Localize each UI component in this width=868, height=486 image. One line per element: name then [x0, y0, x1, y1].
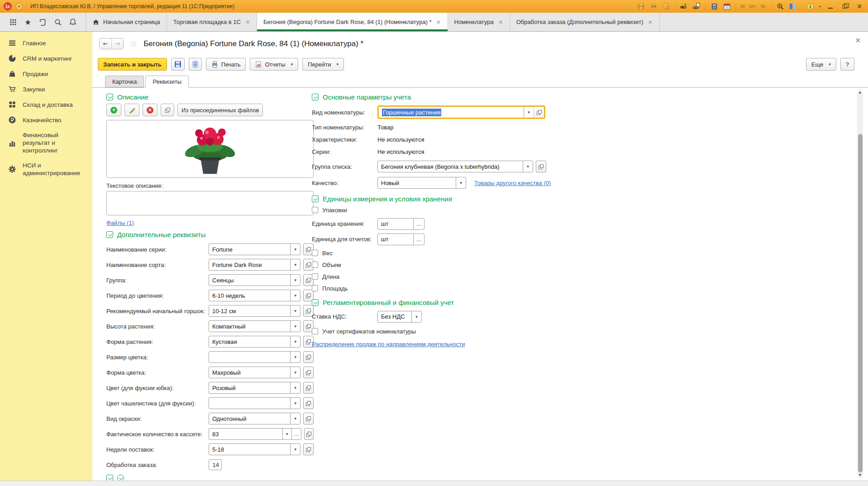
- dropdown-button[interactable]: [282, 429, 291, 439]
- text-description-input[interactable]: [106, 191, 314, 215]
- sales-distribution-link[interactable]: Распределение продаж по направлениям дея…: [312, 341, 465, 348]
- checkbox[interactable]: [312, 262, 318, 268]
- dropdown-button[interactable]: [290, 352, 300, 362]
- dropdown-button[interactable]: [290, 321, 300, 332]
- save-and-close-button[interactable]: Записать и закрыть: [98, 58, 167, 71]
- attribute-input[interactable]: Компактный …: [209, 320, 300, 332]
- collapse-icon[interactable]: [106, 231, 113, 238]
- sidebar-item-treasury[interactable]: Казначейство: [0, 112, 92, 128]
- attribute-input[interactable]: 5-18 …: [209, 443, 300, 455]
- open-button[interactable]: [303, 397, 314, 409]
- open-image-button[interactable]: [161, 104, 174, 116]
- favorite-star-icon[interactable]: ☆: [130, 39, 137, 48]
- section-additional-attributes[interactable]: Дополнительные реквизиты: [106, 230, 314, 239]
- tab-close-icon[interactable]: ×: [648, 19, 653, 25]
- checkbox[interactable]: [312, 273, 318, 280]
- open-button[interactable]: [303, 367, 314, 378]
- cert-checkbox[interactable]: [312, 328, 318, 334]
- history-icon[interactable]: [38, 17, 48, 27]
- delete-image-button[interactable]: ×: [143, 104, 157, 116]
- notifications-bell-icon[interactable]: [68, 17, 78, 27]
- attribute-input[interactable]: …: [209, 351, 300, 363]
- print-button[interactable]: Печать: [206, 58, 246, 71]
- tab-begonia-active[interactable]: Бегония (Begonia) Fortune Dark Rose, 84 …: [257, 13, 448, 31]
- apps-menu-icon[interactable]: [8, 17, 18, 27]
- section-regulated[interactable]: Регламентированный и финансовый учет: [312, 298, 583, 307]
- goto-button[interactable]: Перейти: [302, 58, 344, 71]
- dropdown-button[interactable]: [290, 275, 300, 286]
- other-quality-link[interactable]: Товары другого качества (0): [474, 180, 551, 186]
- dropdown-button[interactable]: [290, 398, 300, 409]
- form-close-button[interactable]: ×: [855, 36, 861, 44]
- tab-close-icon[interactable]: ×: [245, 19, 250, 25]
- dropdown-button[interactable]: [290, 444, 300, 455]
- attribute-input[interactable]: 10-12 см …: [209, 305, 300, 317]
- attribute-input[interactable]: Махровый …: [209, 367, 300, 378]
- open-button[interactable]: [303, 382, 314, 394]
- sidebar-item-finance[interactable]: Финансовый результат и контроллинг: [0, 128, 92, 158]
- attribute-input[interactable]: 6-10 недель …: [209, 290, 300, 301]
- 1c-logo-icon[interactable]: 1с: [4, 2, 12, 10]
- calculator-icon[interactable]: [710, 2, 718, 10]
- list-group-input[interactable]: Бегония клубневая (Begonia x tuberhybrid…: [377, 161, 533, 172]
- section-main-parameters[interactable]: Основные параметры учета: [312, 92, 583, 101]
- checkbox[interactable]: [312, 285, 318, 291]
- dropdown-button[interactable]: [523, 161, 533, 172]
- from-attached-files-button[interactable]: Из присоединенных файлов: [177, 104, 263, 116]
- collapse-icon[interactable]: [106, 94, 113, 100]
- order-processing-input[interactable]: 14: [209, 459, 222, 470]
- dropdown-button[interactable]: [290, 290, 300, 301]
- tab-close-icon[interactable]: ×: [436, 19, 441, 25]
- packaging-checkbox[interactable]: [312, 207, 318, 213]
- quality-select[interactable]: Новый: [377, 177, 466, 189]
- vertical-scrollbar[interactable]: ▲ ▼: [857, 90, 863, 478]
- zoom-icon[interactable]: [776, 2, 784, 10]
- back-button[interactable]: ←: [100, 38, 111, 49]
- tab-marketplace[interactable]: Торговая площадка в 1С ×: [167, 13, 257, 31]
- collapse-icon[interactable]: [312, 94, 319, 100]
- open-button[interactable]: [303, 351, 314, 363]
- section-description[interactable]: Описание: [106, 92, 314, 101]
- open-button[interactable]: [303, 443, 314, 455]
- attribute-input[interactable]: Розовый …: [209, 382, 300, 394]
- more-button[interactable]: …: [413, 219, 424, 229]
- forward-button[interactable]: →: [111, 38, 123, 49]
- report-unit-input[interactable]: шт …: [377, 233, 424, 245]
- structure-button[interactable]: [189, 58, 202, 71]
- nomenclature-kind-input-focused[interactable]: Горшечные растения: [377, 105, 545, 119]
- panels-icon[interactable]: [789, 2, 797, 10]
- attribute-input[interactable]: …: [209, 397, 300, 409]
- edit-image-button[interactable]: [124, 104, 139, 116]
- collapse-icon[interactable]: [312, 195, 319, 202]
- tab-order-processing[interactable]: Обработка заказа (Дополнительный реквизи…: [510, 13, 660, 31]
- save-button[interactable]: [171, 58, 185, 71]
- go-link-icon[interactable]: [692, 2, 701, 10]
- sidebar-item-admin[interactable]: НСИ и администрирование: [0, 158, 92, 181]
- dropdown-button[interactable]: [290, 305, 300, 316]
- dropdown-button[interactable]: [290, 413, 300, 424]
- files-link[interactable]: Файлы (1): [106, 219, 134, 226]
- search-icon[interactable]: [53, 17, 63, 27]
- close-button[interactable]: ×: [854, 2, 864, 10]
- open-button[interactable]: [536, 161, 546, 172]
- attribute-input[interactable]: Fortune …: [209, 243, 300, 255]
- sidebar-item-purchases[interactable]: Закупки: [0, 81, 92, 97]
- dropdown-button[interactable]: [290, 336, 300, 347]
- sidebar-item-crm[interactable]: CRM и маркетинг: [0, 51, 92, 66]
- open-button[interactable]: [534, 107, 544, 118]
- truncated-section-header[interactable]: [106, 475, 314, 481]
- attribute-input[interactable]: 83 …: [209, 428, 301, 440]
- dropdown-button[interactable]: [290, 367, 300, 378]
- restore-button[interactable]: [840, 2, 850, 10]
- sidebar-item-sales[interactable]: Продажи: [0, 66, 92, 81]
- help-button[interactable]: ?: [840, 58, 854, 71]
- collapse-icon[interactable]: [312, 299, 319, 306]
- dropdown-button[interactable]: [290, 244, 300, 255]
- more-button[interactable]: …: [413, 234, 424, 245]
- get-link-icon[interactable]: [680, 2, 688, 10]
- dropdown-button[interactable]: [290, 259, 300, 270]
- more-button[interactable]: …: [291, 429, 301, 439]
- add-image-button[interactable]: +: [106, 104, 121, 116]
- tab-close-icon[interactable]: ×: [498, 19, 503, 25]
- attribute-input[interactable]: Сеянцы …: [209, 274, 300, 286]
